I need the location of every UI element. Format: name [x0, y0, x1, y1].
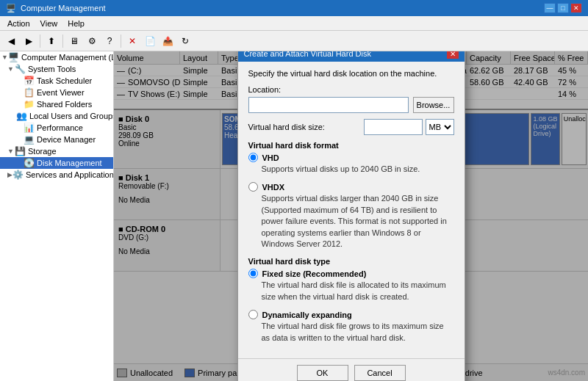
fixed-radio[interactable]	[248, 269, 258, 278]
menu-bar: Action View Help	[0, 16, 588, 31]
vhdx-label: VHDX	[262, 183, 285, 192]
vhdx-desc: Supports virtual disks larger than 2040 …	[262, 193, 454, 250]
title-bar: 🖥️ Computer Management — □ ✕	[0, 0, 588, 16]
forward-button[interactable]: ▶	[21, 33, 37, 49]
sidebar-item-performance[interactable]: 📊 Performance	[0, 122, 113, 134]
expand-icon: ▼	[7, 148, 15, 155]
title-bar-controls: — □ ✕	[544, 3, 582, 13]
content-area: Volume Layout Type File System Status Ca…	[114, 51, 588, 381]
app-icon: 🖥️	[6, 4, 16, 13]
folder-icon: 📁	[24, 99, 35, 109]
toolbar-sep-3	[121, 35, 121, 48]
export-button[interactable]: 📤	[159, 33, 176, 49]
back-button[interactable]: ◀	[3, 33, 19, 49]
size-label: Virtual hard disk size:	[248, 123, 325, 131]
properties-button[interactable]: ⚙	[84, 33, 100, 49]
sidebar-item-label: Computer Management (Local	[21, 53, 114, 62]
expand-icon: ▶	[7, 171, 12, 178]
sidebar-item-label: Services and Applications	[26, 170, 114, 179]
modal-titlebar: Create and Attach Virtual Hard Disk ✕	[238, 51, 465, 62]
sidebar-item-computer-management[interactable]: ▼ 🖥️ Computer Management (Local	[0, 51, 113, 63]
main-container: ▼ 🖥️ Computer Management (Local ▼ 🔧 Syst…	[0, 51, 588, 381]
vhd-label: VHD	[262, 153, 279, 162]
type-title: Virtual hard disk type	[248, 257, 454, 266]
help-button[interactable]: ?	[101, 33, 118, 49]
vhdx-radio[interactable]	[248, 182, 258, 192]
vhd-radio[interactable]	[248, 153, 258, 162]
location-row: Browse...	[248, 97, 454, 113]
sidebar-item-event-viewer[interactable]: 📋 Event Viewer	[0, 87, 113, 98]
sidebar-item-label: System Tools	[28, 65, 76, 73]
sidebar-item-system-tools[interactable]: ▼ 🔧 System Tools	[0, 63, 113, 75]
fixed-desc: The virtual hard disk file is allocated …	[262, 280, 454, 302]
modal-body: Specify the virtual hard disk location o…	[238, 62, 465, 358]
delete-button[interactable]: ✕	[124, 33, 140, 49]
minimize-button[interactable]: —	[544, 3, 556, 13]
sidebar-item-disk-management[interactable]: 💽 Disk Management	[0, 157, 113, 169]
app-title: Computer Management	[21, 4, 106, 12]
vhdx-radio-row: VHDX	[248, 182, 454, 192]
location-section: Location: Browse...	[248, 85, 454, 113]
dynamic-radio[interactable]	[248, 310, 258, 319]
location-input[interactable]	[248, 97, 409, 113]
tools-icon: 🔧	[15, 64, 26, 74]
toolbar: ◀ ▶ ⬆ 🖥 ⚙ ? ✕ 📄 📤 ↻	[0, 31, 588, 51]
vhd-desc: Supports virtual disks up to 2040 GB in …	[262, 164, 454, 175]
fixed-label: Fixed size (Recommended)	[262, 269, 367, 278]
dynamic-desc: The virtual hard disk file grows to its …	[262, 321, 454, 344]
ok-button[interactable]: OK	[297, 365, 348, 381]
computer-icon: 🖥️	[8, 52, 19, 62]
new-button[interactable]: 📄	[142, 33, 158, 49]
cancel-button[interactable]: Cancel	[354, 365, 406, 381]
format-title: Virtual hard disk format	[248, 141, 454, 150]
show-hide-button[interactable]: 🖥	[66, 33, 82, 49]
sidebar-item-services[interactable]: ▶ ⚙️ Services and Applications	[0, 169, 113, 181]
sidebar-item-storage[interactable]: ▼ 💾 Storage	[0, 145, 113, 157]
modal-dialog: Create and Attach Virtual Hard Disk ✕ Sp…	[237, 51, 465, 381]
services-icon: ⚙️	[12, 170, 24, 180]
size-input[interactable]	[364, 119, 423, 135]
modal-close-button[interactable]: ✕	[447, 51, 459, 59]
fixed-radio-row: Fixed size (Recommended)	[248, 269, 454, 278]
modal-footer: OK Cancel	[238, 358, 465, 381]
browse-button[interactable]: Browse...	[413, 97, 454, 113]
modal-description: Specify the virtual hard disk location o…	[248, 69, 454, 78]
sidebar-item-label: Performance	[37, 123, 83, 132]
sidebar-item-local-users[interactable]: 👥 Local Users and Groups	[0, 110, 113, 122]
title-bar-left: 🖥️ Computer Management	[6, 4, 106, 13]
menu-action[interactable]: Action	[3, 18, 35, 29]
modal-overlay: Create and Attach Virtual Hard Disk ✕ Sp…	[114, 51, 588, 381]
toolbar-sep-1	[40, 35, 40, 48]
expand-icon: ▼	[7, 65, 15, 73]
sidebar-item-label: Task Scheduler	[37, 76, 92, 85]
close-button[interactable]: ✕	[570, 3, 582, 13]
storage-icon: 💾	[15, 146, 26, 156]
expand-icon: ▼	[1, 54, 8, 61]
modal-title: Create and Attach Virtual Hard Disk	[244, 51, 371, 58]
sidebar-item-shared-folders[interactable]: 📁 Shared Folders	[0, 98, 113, 110]
maximize-button[interactable]: □	[557, 3, 569, 13]
sidebar-item-task-scheduler[interactable]: 📅 Task Scheduler	[0, 75, 113, 87]
dynamic-radio-row: Dynamically expanding	[248, 310, 454, 319]
users-icon: 👥	[16, 111, 27, 121]
sidebar-item-label: Disk Management	[37, 159, 102, 167]
dynamic-label: Dynamically expanding	[262, 311, 352, 319]
disk-icon: 💽	[24, 158, 35, 168]
sidebar-item-label: Event Viewer	[37, 88, 85, 97]
refresh-button[interactable]: ↻	[177, 33, 193, 49]
perf-icon: 📊	[24, 123, 35, 133]
menu-help[interactable]: Help	[63, 18, 89, 29]
sidebar-item-label: Shared Folders	[37, 100, 92, 109]
sidebar-item-device-manager[interactable]: 💻 Device Manager	[0, 134, 113, 145]
sidebar-item-label: Local Users and Groups	[29, 112, 114, 120]
location-label: Location:	[248, 85, 454, 94]
sidebar: ▼ 🖥️ Computer Management (Local ▼ 🔧 Syst…	[0, 51, 114, 381]
vhd-radio-row: VHD	[248, 153, 454, 162]
menu-view[interactable]: View	[36, 18, 62, 29]
sidebar-item-label: Device Manager	[37, 135, 96, 144]
sidebar-item-label: Storage	[28, 147, 57, 156]
event-icon: 📋	[24, 87, 35, 98]
up-button[interactable]: ⬆	[43, 33, 60, 49]
toolbar-sep-2	[62, 35, 63, 48]
size-unit-select[interactable]: MB	[426, 119, 454, 135]
